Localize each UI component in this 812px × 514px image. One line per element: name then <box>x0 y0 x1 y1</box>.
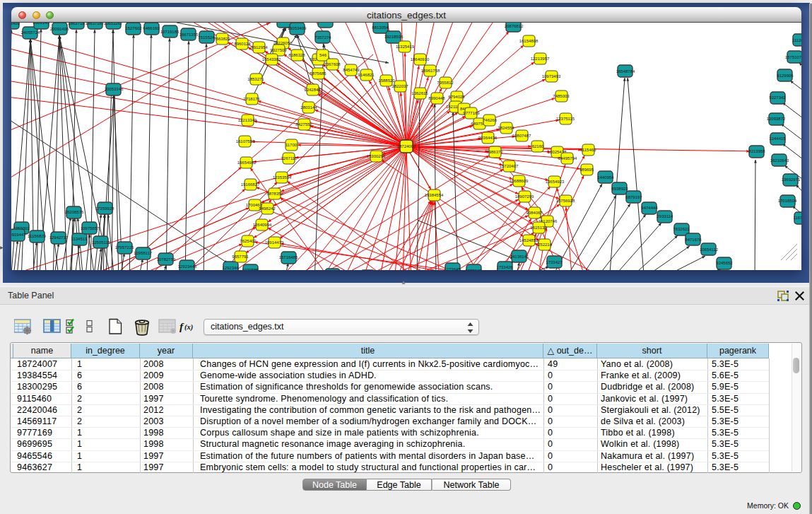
svg-text:1292344: 1292344 <box>222 266 239 270</box>
svg-text:12353594: 12353594 <box>273 175 292 180</box>
svg-text:8990448: 8990448 <box>428 96 445 100</box>
svg-text:62160: 62160 <box>532 144 544 148</box>
svg-text:7625402: 7625402 <box>240 239 257 243</box>
svg-text:12923448: 12923448 <box>178 264 197 269</box>
svg-text:9777169: 9777169 <box>463 111 480 115</box>
svg-text:6794028: 6794028 <box>448 95 465 99</box>
svg-text:15716485: 15716485 <box>279 255 298 259</box>
svg-text:7515524: 7515524 <box>198 35 215 40</box>
svg-text:1167533: 1167533 <box>794 216 801 220</box>
svg-text:16961758: 16961758 <box>421 69 440 73</box>
svg-text:10653267: 10653267 <box>104 23 123 25</box>
svg-text:1615132: 1615132 <box>530 226 547 230</box>
svg-text:9242848: 9242848 <box>304 88 321 92</box>
svg-text:9919447: 9919447 <box>11 233 26 237</box>
svg-text:7663822: 7663822 <box>213 37 230 41</box>
svg-text:11700: 11700 <box>286 143 298 147</box>
svg-text:15720407: 15720407 <box>500 164 519 168</box>
svg-text:1244415: 1244415 <box>769 136 786 141</box>
svg-text:(x): (x) <box>184 323 193 332</box>
svg-text:8960124: 8960124 <box>234 42 251 46</box>
svg-text:7955812: 7955812 <box>437 81 454 85</box>
svg-text:19166827: 19166827 <box>241 182 260 187</box>
svg-text:2933114: 2933114 <box>657 214 674 218</box>
svg-text:1733426: 1733426 <box>496 265 513 269</box>
svg-text:7986372: 7986372 <box>486 150 503 154</box>
svg-text:18907299: 18907299 <box>515 194 534 199</box>
svg-text:16154808: 16154808 <box>519 39 539 43</box>
svg-text:10958117: 10958117 <box>134 251 153 255</box>
svg-text:2718176: 2718176 <box>243 97 260 101</box>
svg-text:1527602: 1527602 <box>125 26 142 30</box>
svg-text:18300295: 18300295 <box>367 154 386 158</box>
svg-text:5878352: 5878352 <box>266 192 283 196</box>
svg-text:16671355: 16671355 <box>180 33 199 37</box>
svg-text:9245652: 9245652 <box>716 261 733 265</box>
svg-text:8186328: 8186328 <box>288 53 305 57</box>
svg-text:16107553: 16107553 <box>236 139 255 144</box>
svg-text:9327509: 9327509 <box>270 48 287 52</box>
svg-text:252214: 252214 <box>538 243 553 247</box>
svg-text:1112063: 1112063 <box>792 38 801 42</box>
svg-text:12213957: 12213957 <box>531 57 550 61</box>
svg-text:16654982: 16654982 <box>237 160 257 165</box>
svg-text:1362615: 1362615 <box>411 91 428 95</box>
svg-text:17957225: 17957225 <box>115 245 134 250</box>
svg-text:9129906: 9129906 <box>777 74 794 78</box>
svg-text:8454749: 8454749 <box>343 68 360 72</box>
svg-text:19218506: 19218506 <box>384 35 404 39</box>
svg-text:10654112: 10654112 <box>700 247 719 252</box>
svg-text:9273645: 9273645 <box>465 269 482 270</box>
svg-text:1853271: 1853271 <box>247 77 264 81</box>
svg-text:6466160: 6466160 <box>143 26 160 30</box>
svg-text:10688609: 10688609 <box>510 179 529 183</box>
svg-text:16053409: 16053409 <box>288 26 307 30</box>
svg-text:12640994: 12640994 <box>253 223 272 227</box>
svg-text:8427552: 8427552 <box>295 122 312 127</box>
svg-text:1134513: 1134513 <box>71 237 88 241</box>
svg-text:1863718: 1863718 <box>68 23 85 25</box>
svg-text:9474444: 9474444 <box>641 206 658 210</box>
svg-text:1588520: 1588520 <box>378 78 395 83</box>
svg-text:7357274: 7357274 <box>314 35 331 40</box>
svg-text:12093872: 12093872 <box>767 117 786 121</box>
svg-text:24055724: 24055724 <box>21 30 40 35</box>
svg-text:15751074: 15751074 <box>785 55 801 59</box>
svg-text:10782759: 10782759 <box>157 257 176 262</box>
svg-text:3822037: 3822037 <box>392 84 408 88</box>
svg-text:9115460: 9115460 <box>580 148 597 152</box>
svg-text:3267110: 3267110 <box>281 156 298 160</box>
svg-text:18637187: 18637187 <box>86 23 105 25</box>
svg-text:8471676: 8471676 <box>685 238 702 242</box>
svg-text:1079585: 1079585 <box>242 268 259 270</box>
svg-text:2803144: 2803144 <box>300 105 317 110</box>
svg-text:1653409: 1653409 <box>11 23 20 25</box>
svg-text:19384554: 19384554 <box>425 193 444 197</box>
svg-text:5498242: 5498242 <box>259 206 276 211</box>
svg-text:8813054: 8813054 <box>372 25 389 30</box>
svg-text:20053346: 20053346 <box>105 87 124 91</box>
svg-text:18640910: 18640910 <box>411 57 430 62</box>
svg-text:9146821: 9146821 <box>358 73 375 77</box>
svg-text:18724007: 18724007 <box>397 144 416 148</box>
svg-text:14495794: 14495794 <box>558 156 577 160</box>
svg-text:9657791: 9657791 <box>232 255 249 259</box>
svg-text:1440954: 1440954 <box>597 175 614 180</box>
svg-text:16210643: 16210643 <box>770 158 789 163</box>
svg-text:14136141: 14136141 <box>510 255 529 259</box>
svg-text:1273645: 1273645 <box>444 267 461 270</box>
svg-text:989695: 989695 <box>579 168 594 172</box>
svg-text:8213958: 8213958 <box>748 149 765 153</box>
svg-text:10973493: 10973493 <box>542 74 561 78</box>
svg-text:3824554: 3824554 <box>498 126 514 130</box>
svg-text:746266: 746266 <box>483 118 498 122</box>
svg-text:13692971: 13692971 <box>782 177 801 182</box>
svg-text:2367608: 2367608 <box>324 62 341 66</box>
svg-text:12505115: 12505115 <box>92 240 111 245</box>
svg-text:10807487: 10807487 <box>512 134 531 138</box>
svg-text:11156829: 11156829 <box>28 234 46 238</box>
svg-text:20876812: 20876812 <box>505 24 524 28</box>
svg-text:17359928: 17359928 <box>95 206 114 211</box>
svg-text:14524851: 14524851 <box>519 238 539 243</box>
svg-text:7485003: 7485003 <box>553 94 570 98</box>
